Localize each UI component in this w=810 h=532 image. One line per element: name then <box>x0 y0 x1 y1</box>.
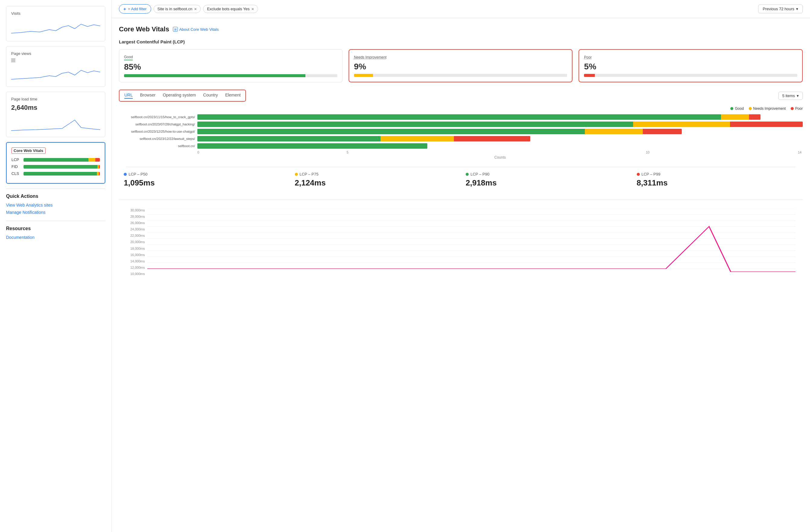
line-chart-area: 30,000ms 28,000ms 26,000ms 24,000ms 22,0… <box>119 209 803 283</box>
x-tick-5: 5 <box>197 150 498 154</box>
toolbar-left: + + Add filter Site is in selfboot.cn × … <box>119 4 258 14</box>
line-chart-container: 30,000ms 28,000ms 26,000ms 24,000ms 22,0… <box>126 209 795 276</box>
tab-element[interactable]: Element <box>225 93 241 99</box>
quick-actions-section: Quick Actions View Web Analytics sites M… <box>6 194 105 215</box>
filter-site-label: Site is in selfboot.cn <box>158 7 193 11</box>
p99-value: 8,311ms <box>637 178 798 187</box>
bar-stack-5 <box>197 143 427 149</box>
bar-stack-1 <box>197 114 761 120</box>
page-load-label: Page load time <box>11 97 100 101</box>
filter-site-remove[interactable]: × <box>194 7 197 11</box>
documentation-link[interactable]: Documentation <box>6 235 105 240</box>
bar-label-3: selfboot.cn/2023/12/25/how-to-use-chatgp… <box>119 130 197 133</box>
y-14000: 14,000ms <box>126 259 145 263</box>
resources-divider <box>6 221 105 221</box>
y-16000: 16,000ms <box>126 253 145 257</box>
filter-bots-tag[interactable]: Exclude bots equals Yes × <box>203 5 258 13</box>
tabs-container: URL Browser Operating system Country Ele… <box>119 89 803 102</box>
bar-stack-3 <box>197 129 682 134</box>
tab-country[interactable]: Country <box>203 93 218 99</box>
bar-area-5 <box>197 143 803 149</box>
about-cwv-link[interactable]: ⊞ About Core Web Vitals <box>173 27 219 32</box>
y-20000: 20,000ms <box>126 240 145 244</box>
cwv-sidebar-card: Core Web Vitals LCP FID CLS <box>6 142 105 184</box>
bar-label-2: selfboot.cn/2023/07/28/chatgpt_hacking/ <box>119 122 197 126</box>
items-selector[interactable]: 5 items ▾ <box>778 92 803 100</box>
cwv-cls-metric: CLS <box>12 171 100 176</box>
p50-label: LCP – P50 <box>124 172 285 177</box>
cwv-lcp-bar <box>23 158 100 162</box>
cwv-fid-bar <box>23 165 100 169</box>
cwv-cls-bar <box>23 172 100 176</box>
about-cwv-label: About Core Web Vitals <box>179 27 219 32</box>
quick-actions-title: Quick Actions <box>6 194 105 199</box>
percentile-p50: LCP – P50 1,095ms <box>119 167 290 193</box>
bar-stack-2 <box>197 121 803 127</box>
bar-row-5: selfboot.cn/ <box>119 143 803 149</box>
y-18000: 18,000ms <box>126 247 145 250</box>
cwv-fid-label: FID <box>12 164 20 169</box>
y-28000: 28,000ms <box>126 215 145 218</box>
lcp-poor-label: Poor <box>584 55 592 60</box>
page-views-card: Page views <box>6 46 105 87</box>
filter-site-tag[interactable]: Site is in selfboot.cn × <box>153 5 201 13</box>
p90-dot <box>466 173 469 176</box>
p75-value: 2,124ms <box>295 178 456 187</box>
lcp-good-card: Good 85% <box>119 49 342 82</box>
bar-label-4: selfboot.cn/2023/12/22/lawsuit_steps/ <box>119 137 197 140</box>
page-load-value: 2,640ms <box>11 104 100 112</box>
cwv-metrics-list: LCP FID CLS <box>12 157 100 176</box>
info-icon: ⊞ <box>173 27 178 32</box>
cwv-header: Core Web Vitals ⊞ About Core Web Vitals <box>119 25 803 33</box>
cwv-sidebar-title: Core Web Vitals <box>12 148 100 154</box>
x-tick-10: 10 <box>498 150 798 154</box>
lcp-good-bar <box>124 74 337 77</box>
sidebar-divider <box>6 188 105 189</box>
p90-label: LCP – P90 <box>466 172 627 177</box>
add-filter-label: + Add filter <box>128 7 147 11</box>
legend-ni-dot <box>749 107 752 110</box>
bar-label-5: selfboot.cn/ <box>119 144 197 148</box>
p99-label: LCP – P99 <box>637 172 798 177</box>
main-content: + + Add filter Site is in selfboot.cn × … <box>112 0 810 532</box>
bar-label-1: selfboot.cn/2023/11/15/how_to_crack_gpts… <box>119 115 197 119</box>
percentile-p99: LCP – P99 8,311ms <box>632 167 803 193</box>
legend-ni: Needs Improvement <box>749 106 786 111</box>
lcp-ni-percent: 9% <box>354 62 567 71</box>
tab-url[interactable]: URL <box>124 93 133 99</box>
legend-good-label: Good <box>735 106 744 111</box>
y-10000: 10,000ms <box>126 272 145 276</box>
percentiles: LCP – P50 1,095ms LCP – P75 2,124ms LCP … <box>119 167 803 200</box>
y-22000: 22,000ms <box>126 234 145 237</box>
chevron-down-icon2: ▾ <box>797 94 799 98</box>
add-filter-button[interactable]: + + Add filter <box>119 4 151 14</box>
y-axis: 30,000ms 28,000ms 26,000ms 24,000ms 22,0… <box>126 209 147 276</box>
tab-browser[interactable]: Browser <box>140 93 156 99</box>
resources-title: Resources <box>6 226 105 231</box>
cwv-main-title: Core Web Vitals <box>119 25 169 33</box>
legend-ni-label: Needs Improvement <box>753 106 786 111</box>
manage-notifications-link[interactable]: Manage Notifications <box>6 210 105 215</box>
bar-stack-4 <box>197 136 530 142</box>
chevron-down-icon: ▾ <box>796 7 798 11</box>
p50-value: 1,095ms <box>124 178 285 187</box>
p75-dot <box>295 173 298 176</box>
lcp-ni-bar <box>354 74 567 77</box>
toolbar: + + Add filter Site is in selfboot.cn × … <box>112 0 810 18</box>
bar-row-3: selfboot.cn/2023/12/25/how-to-use-chatgp… <box>119 129 803 134</box>
visits-label: Visits <box>11 11 100 16</box>
filter-bots-remove[interactable]: × <box>252 7 254 11</box>
tab-os[interactable]: Operating system <box>163 93 196 99</box>
sidebar: Visits Page views Page load time 2,640ms… <box>0 0 112 532</box>
view-web-analytics-link[interactable]: View Web Analytics sites <box>6 203 105 207</box>
p90-text: LCP – P90 <box>470 172 489 177</box>
visits-chart <box>11 18 100 36</box>
time-selector[interactable]: Previous 72 hours ▾ <box>758 4 803 13</box>
p90-value: 2,918ms <box>466 178 627 187</box>
bar-row-1: selfboot.cn/2023/11/15/how_to_crack_gpts… <box>119 114 803 120</box>
page-load-card: Page load time 2,640ms <box>6 92 105 137</box>
bar-area-4 <box>197 136 803 142</box>
legend-good-dot <box>730 107 733 110</box>
p50-text: LCP – P50 <box>129 172 148 177</box>
y-24000: 24,000ms <box>126 228 145 231</box>
